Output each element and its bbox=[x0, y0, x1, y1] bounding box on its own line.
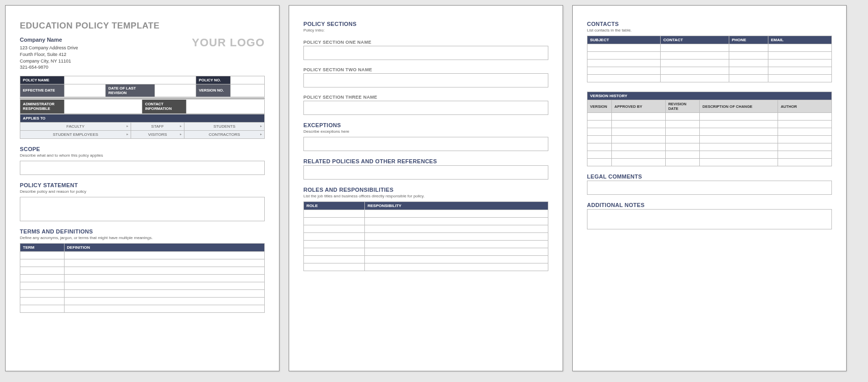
table-cell[interactable] bbox=[587, 143, 612, 151]
table-cell[interactable] bbox=[661, 60, 729, 67]
input-policy-statement[interactable] bbox=[20, 197, 265, 221]
table-cell[interactable] bbox=[20, 305, 65, 312]
table-cell[interactable] bbox=[665, 113, 699, 121]
table-cell[interactable] bbox=[587, 75, 661, 82]
table-cell[interactable] bbox=[20, 282, 65, 289]
table-cell[interactable] bbox=[587, 151, 612, 159]
table-cell[interactable] bbox=[768, 60, 831, 67]
applies-staff[interactable]: STAFF▸ bbox=[131, 122, 184, 130]
table-cell[interactable] bbox=[612, 159, 666, 166]
applies-students[interactable]: STUDENTS▸ bbox=[184, 122, 264, 130]
applies-contractors[interactable]: CONTRACTORS▸ bbox=[184, 130, 264, 138]
table-cell[interactable] bbox=[365, 233, 548, 241]
table-cell[interactable] bbox=[20, 251, 65, 259]
table-cell[interactable] bbox=[587, 67, 661, 75]
table-cell[interactable] bbox=[304, 210, 365, 218]
table-cell[interactable] bbox=[365, 225, 548, 233]
table-cell[interactable] bbox=[778, 151, 832, 159]
table-cell[interactable] bbox=[20, 259, 65, 267]
table-cell[interactable] bbox=[304, 256, 365, 263]
applies-visitors[interactable]: VISITORS▸ bbox=[131, 130, 184, 138]
table-cell[interactable] bbox=[587, 52, 661, 60]
table-cell[interactable] bbox=[64, 259, 264, 267]
table-cell[interactable] bbox=[64, 274, 264, 282]
field-effective-date[interactable] bbox=[64, 84, 106, 97]
table-cell[interactable] bbox=[700, 159, 778, 166]
table-cell[interactable] bbox=[729, 67, 768, 75]
table-cell[interactable] bbox=[665, 136, 699, 143]
table-cell[interactable] bbox=[365, 256, 548, 263]
table-cell[interactable] bbox=[661, 75, 729, 82]
table-cell[interactable] bbox=[778, 159, 832, 166]
table-cell[interactable] bbox=[700, 151, 778, 159]
table-cell[interactable] bbox=[365, 248, 548, 256]
table-cell[interactable] bbox=[64, 267, 264, 274]
table-cell[interactable] bbox=[587, 44, 661, 52]
table-cell[interactable] bbox=[778, 136, 832, 143]
table-cell[interactable] bbox=[64, 289, 264, 297]
field-policy-name[interactable] bbox=[64, 76, 196, 84]
table-cell[interactable] bbox=[700, 113, 778, 121]
table-cell[interactable] bbox=[20, 297, 65, 305]
field-version-no[interactable] bbox=[230, 84, 264, 97]
table-cell[interactable] bbox=[700, 121, 778, 128]
applies-student-employees[interactable]: STUDENT EMPLOYEES▸ bbox=[20, 130, 131, 138]
table-cell[interactable] bbox=[729, 75, 768, 82]
table-cell[interactable] bbox=[612, 143, 666, 151]
table-cell[interactable] bbox=[665, 143, 699, 151]
table-cell[interactable] bbox=[778, 113, 832, 121]
table-cell[interactable] bbox=[365, 241, 548, 248]
table-cell[interactable] bbox=[665, 151, 699, 159]
table-cell[interactable] bbox=[729, 52, 768, 60]
table-cell[interactable] bbox=[20, 274, 65, 282]
table-cell[interactable] bbox=[304, 263, 365, 271]
table-cell[interactable] bbox=[20, 289, 65, 297]
table-cell[interactable] bbox=[304, 218, 365, 225]
input-notes[interactable] bbox=[587, 209, 832, 229]
table-cell[interactable] bbox=[20, 267, 65, 274]
table-cell[interactable] bbox=[612, 151, 666, 159]
table-cell[interactable] bbox=[612, 128, 666, 136]
table-cell[interactable] bbox=[778, 128, 832, 136]
table-cell[interactable] bbox=[661, 44, 729, 52]
table-cell[interactable] bbox=[365, 210, 548, 218]
table-cell[interactable] bbox=[304, 225, 365, 233]
table-cell[interactable] bbox=[587, 121, 612, 128]
table-cell[interactable] bbox=[729, 60, 768, 67]
table-cell[interactable] bbox=[612, 136, 666, 143]
table-cell[interactable] bbox=[587, 136, 612, 143]
table-cell[interactable] bbox=[778, 143, 832, 151]
table-cell[interactable] bbox=[729, 44, 768, 52]
input-section-2[interactable] bbox=[303, 73, 548, 87]
table-cell[interactable] bbox=[778, 121, 832, 128]
table-cell[interactable] bbox=[768, 44, 831, 52]
table-cell[interactable] bbox=[64, 305, 264, 312]
table-cell[interactable] bbox=[700, 136, 778, 143]
table-cell[interactable] bbox=[612, 113, 666, 121]
table-cell[interactable] bbox=[700, 128, 778, 136]
input-related[interactable] bbox=[303, 165, 548, 180]
table-cell[interactable] bbox=[612, 121, 666, 128]
table-cell[interactable] bbox=[665, 128, 699, 136]
table-cell[interactable] bbox=[304, 248, 365, 256]
table-cell[interactable] bbox=[661, 52, 729, 60]
applies-faculty[interactable]: FACULTY▸ bbox=[20, 122, 131, 130]
field-last-revision[interactable] bbox=[154, 84, 196, 97]
field-admin-responsible[interactable] bbox=[64, 99, 142, 113]
field-contact-info[interactable] bbox=[187, 99, 265, 113]
input-section-3[interactable] bbox=[303, 101, 548, 115]
table-cell[interactable] bbox=[64, 282, 264, 289]
table-cell[interactable] bbox=[304, 241, 365, 248]
table-cell[interactable] bbox=[700, 143, 778, 151]
table-cell[interactable] bbox=[661, 67, 729, 75]
table-cell[interactable] bbox=[365, 263, 548, 271]
table-cell[interactable] bbox=[304, 233, 365, 241]
table-cell[interactable] bbox=[365, 218, 548, 225]
table-cell[interactable] bbox=[587, 113, 612, 121]
table-cell[interactable] bbox=[768, 67, 831, 75]
table-cell[interactable] bbox=[768, 52, 831, 60]
input-legal[interactable] bbox=[587, 181, 832, 195]
table-cell[interactable] bbox=[587, 60, 661, 67]
table-cell[interactable] bbox=[64, 297, 264, 305]
input-exceptions[interactable] bbox=[303, 137, 548, 151]
